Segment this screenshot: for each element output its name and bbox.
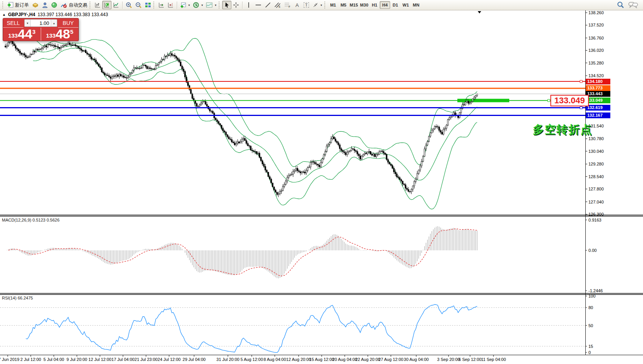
timeframe-m15-button[interactable]: M15 <box>349 1 359 9</box>
price-callout-label[interactable]: 133.049 <box>550 95 589 106</box>
level-price-label: 133.049 <box>586 98 610 103</box>
zoom-in-button[interactable] <box>124 1 134 9</box>
fibonacci-icon: F <box>284 2 291 8</box>
new-order-icon <box>7 2 13 8</box>
horizontal-line-button[interactable] <box>253 1 263 9</box>
svg-text:29 Jul 04:00: 29 Jul 04:00 <box>183 357 206 362</box>
svg-text:127.800: 127.800 <box>588 187 604 191</box>
auto-scroll-button[interactable] <box>157 1 166 9</box>
timeframe-d1-button[interactable]: D1 <box>390 1 400 9</box>
svg-text:-1.2446: -1.2446 <box>588 288 603 293</box>
zoom-out-icon <box>135 2 142 8</box>
timeframe-w1-button[interactable]: W1 <box>400 1 411 9</box>
vertical-line-button[interactable] <box>244 1 253 9</box>
svg-text:27 Aug 12:00: 27 Aug 12:00 <box>379 357 404 362</box>
svg-text:F: F <box>289 5 290 8</box>
buy-price[interactable]: 133 48 5 <box>41 28 79 41</box>
channel-icon: E <box>274 2 281 8</box>
level-price-label: 132.167 <box>586 113 610 118</box>
trendline-button[interactable] <box>263 1 272 9</box>
arrows-button[interactable]: ▾ <box>311 1 324 9</box>
chart-shift-button[interactable] <box>166 1 175 9</box>
history-center-button[interactable] <box>30 1 40 9</box>
toolbar-grip[interactable] <box>219 2 221 8</box>
indicators-button[interactable]: ▾ <box>204 1 218 9</box>
line-chart-button[interactable] <box>111 1 121 9</box>
svg-text:126.300: 126.300 <box>588 212 604 217</box>
sell-price[interactable]: 133 44 3 <box>3 28 41 41</box>
zoom-out-button[interactable] <box>134 1 143 9</box>
timeframe-bar: M1M5M15M30H1H4D1W1MN <box>328 1 421 9</box>
timeframe-m5-button[interactable]: M5 <box>338 1 349 9</box>
buy-price-big: 48 <box>56 28 70 40</box>
auto-trading-icon <box>60 2 67 8</box>
auto-trading-label: 自动交易 <box>69 2 87 8</box>
chart-canvas[interactable]: 138.260137.520136.760136.020135.280134.5… <box>0 10 643 364</box>
new-chart-button[interactable]: ▾ <box>179 1 191 9</box>
text-tool-button[interactable]: A <box>292 1 302 9</box>
timeframe-m1-button[interactable]: M1 <box>328 1 338 9</box>
profiles-button[interactable] <box>40 1 50 9</box>
timeframe-m30-button[interactable]: M30 <box>359 1 369 9</box>
sell-price-big: 44 <box>18 28 32 40</box>
text-tool-icon: A <box>296 2 299 8</box>
candlestick-chart-button[interactable] <box>102 1 111 9</box>
svg-text:2 Jul 12:00: 2 Jul 12:00 <box>20 357 41 362</box>
new-order-button[interactable]: 新订单 <box>6 1 30 9</box>
chart-symbol: GBPJPY-,H4 <box>8 12 35 17</box>
sell-price-sup: 3 <box>32 28 35 35</box>
crosshair-button[interactable] <box>231 1 241 9</box>
volume-input[interactable] <box>31 20 51 26</box>
clock-icon <box>193 2 199 8</box>
svg-text:130.040: 130.040 <box>588 149 604 154</box>
svg-text:5 Aug 12:00: 5 Aug 12:00 <box>241 357 263 362</box>
tile-windows-button[interactable] <box>143 1 153 9</box>
svg-text:17 Jul 04:00: 17 Jul 04:00 <box>111 357 135 362</box>
toolbar-grip[interactable] <box>324 2 326 8</box>
svg-text:21 Jul 23:00: 21 Jul 23:00 <box>135 357 158 362</box>
macd-label: MACD(12,26,9) 0.5123 0.5626 <box>2 218 60 222</box>
toolbar-grip[interactable] <box>153 2 155 8</box>
timeframe-h4-button[interactable]: H4 <box>380 1 390 9</box>
volume-up-button[interactable]: ▲ <box>51 20 57 26</box>
svg-text:31 Jul 20:00: 31 Jul 20:00 <box>216 357 239 362</box>
cursor-button[interactable] <box>222 1 231 9</box>
toolbar-grip[interactable] <box>90 2 91 8</box>
buy-price-sup: 5 <box>70 28 73 35</box>
svg-text:0.00: 0.00 <box>588 248 596 253</box>
timeframe-mn-button[interactable]: MN <box>411 1 421 9</box>
person-icon <box>42 2 48 8</box>
svg-text:27 Jun 2019: 27 Jun 2019 <box>0 357 19 362</box>
svg-text:137.520: 137.520 <box>588 23 604 27</box>
dropdown-arrow-icon: ▾ <box>201 3 203 7</box>
text-label-icon: T <box>304 2 309 8</box>
svg-text:129.280: 129.280 <box>588 162 604 166</box>
chat-icon[interactable] <box>628 2 638 8</box>
new-order-label: 新订单 <box>15 2 29 8</box>
svg-text:15: 15 <box>588 344 593 349</box>
svg-text:9 Jul 20:00: 9 Jul 20:00 <box>66 357 87 362</box>
svg-text:136.760: 136.760 <box>588 36 604 40</box>
chart-title: ▲ GBPJPY-,H4 133.397 133.446 133.383 133… <box>2 12 108 17</box>
fibonacci-button[interactable]: F <box>282 1 292 9</box>
svg-text:15 Aug 12:00: 15 Aug 12:00 <box>309 357 334 362</box>
periods-button[interactable]: ▾ <box>191 1 204 9</box>
toolbar-grip[interactable] <box>2 2 4 8</box>
one-click-toggle-icon[interactable]: ▲ <box>2 13 6 17</box>
bar-chart-button[interactable] <box>93 1 102 9</box>
svg-text:138.260: 138.260 <box>588 10 604 15</box>
chinese-annotation[interactable]: 多空转折点 <box>533 122 592 137</box>
svg-text:0: 0 <box>588 350 591 355</box>
news-button[interactable] <box>50 1 59 9</box>
svg-text:136.020: 136.020 <box>588 48 604 53</box>
timeframe-h1-button[interactable]: H1 <box>369 1 380 9</box>
horizontal-line-icon <box>255 2 262 8</box>
auto-scroll-icon <box>158 2 164 8</box>
volume-down-button[interactable]: ▼ <box>25 20 31 26</box>
auto-trading-button[interactable]: 自动交易 <box>59 1 89 9</box>
svg-text:12 Aug 20:00: 12 Aug 20:00 <box>286 357 311 362</box>
text-label-button[interactable]: T <box>302 1 311 9</box>
svg-text:24 Jul 12:00: 24 Jul 12:00 <box>158 357 181 362</box>
search-icon[interactable] <box>617 1 625 9</box>
equidistant-channel-button[interactable]: E <box>272 1 282 9</box>
